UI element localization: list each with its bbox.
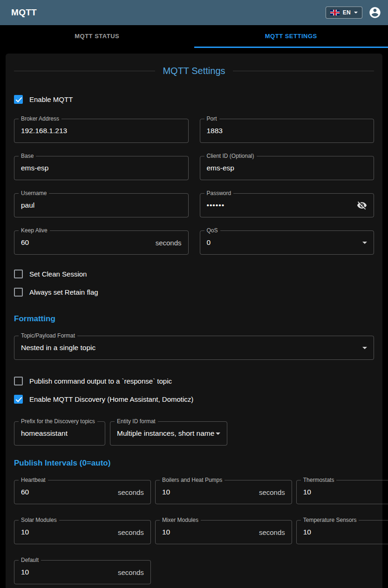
enable-mqtt-checkbox[interactable] xyxy=(14,95,23,104)
broker-address-label: Broker Address xyxy=(19,115,61,122)
password-field[interactable]: Password •••••• xyxy=(200,193,374,217)
default-interval-label: Default xyxy=(19,557,41,563)
heartbeat-label: Heartbeat xyxy=(19,477,48,483)
discovery-prefix-label: Prefix for the Discovery topics xyxy=(19,418,97,425)
intervals-heading: Publish Intervals (0=auto) xyxy=(14,459,374,468)
qos-select[interactable]: QoS 0 xyxy=(200,230,374,255)
broker-address-field[interactable]: Broker Address xyxy=(14,119,189,143)
keep-alive-input[interactable] xyxy=(21,238,152,247)
port-label: Port xyxy=(204,115,219,122)
client-id-input[interactable] xyxy=(207,164,368,172)
chevron-down-icon xyxy=(354,12,358,14)
uk-flag-icon xyxy=(330,10,340,15)
client-id-field[interactable]: Client ID (Optional) xyxy=(200,156,374,180)
temperature-sensors-input[interactable] xyxy=(303,528,388,536)
language-label: EN xyxy=(343,9,351,16)
discovery-label: Enable MQTT Discovery (Home Assistant, D… xyxy=(29,395,193,403)
tab-mqtt-status[interactable]: MQTT STATUS xyxy=(0,25,194,48)
clean-session-checkbox[interactable] xyxy=(14,270,23,278)
solar-modules-input[interactable] xyxy=(21,528,114,536)
heartbeat-input[interactable] xyxy=(21,488,114,496)
default-interval-unit: seconds xyxy=(118,568,144,576)
mixer-modules-label: Mixer Modules xyxy=(160,517,201,523)
password-label: Password xyxy=(204,190,234,196)
username-input[interactable] xyxy=(21,201,182,210)
publish-response-label: Publish command output to a `response` t… xyxy=(29,377,172,385)
app-title: MQTT xyxy=(11,7,37,18)
username-field[interactable]: Username xyxy=(14,193,189,217)
visibility-off-icon[interactable] xyxy=(357,200,367,210)
base-input[interactable] xyxy=(21,164,182,172)
mixer-modules-unit: seconds xyxy=(259,528,285,536)
topic-format-label: Topic/Payload Format xyxy=(19,332,77,339)
enable-mqtt-row: Enable MQTT xyxy=(14,90,374,108)
divider xyxy=(233,71,374,71)
tab-mqtt-settings[interactable]: MQTT SETTINGS xyxy=(194,25,388,48)
discovery-fields: Prefix for the Discovery topics Entity I… xyxy=(14,421,374,446)
thermostats-label: Thermostats xyxy=(301,477,337,483)
base-field[interactable]: Base xyxy=(14,156,189,180)
port-input[interactable] xyxy=(207,127,368,135)
boilers-unit: seconds xyxy=(259,488,285,496)
discovery-prefix-input[interactable] xyxy=(21,429,98,438)
default-interval-field[interactable]: Default seconds xyxy=(14,560,151,584)
settings-panel: MQTT Settings Enable MQTT Broker Address… xyxy=(6,54,382,588)
page-title-row: MQTT Settings xyxy=(14,66,374,76)
boilers-input[interactable] xyxy=(162,488,255,496)
clean-session-label: Set Clean Session xyxy=(29,270,87,278)
dropdown-arrow-icon xyxy=(362,242,367,244)
client-id-label: Client ID (Optional) xyxy=(204,153,257,159)
mixer-modules-field[interactable]: Mixer Modules seconds xyxy=(155,520,292,544)
account-circle-icon[interactable] xyxy=(368,6,381,19)
entity-id-format-select[interactable]: Entity ID format Multiple instances, sho… xyxy=(110,421,227,446)
qos-value: 0 xyxy=(207,238,363,247)
app-bar-actions: EN xyxy=(326,6,381,19)
retain-flag-checkbox[interactable] xyxy=(14,288,23,297)
solar-modules-unit: seconds xyxy=(118,528,144,536)
qos-label: QoS xyxy=(204,227,220,234)
discovery-checkbox[interactable] xyxy=(14,395,23,404)
topic-format-value: Nested in a single topic xyxy=(21,344,362,352)
solar-modules-field[interactable]: Solar Modules seconds xyxy=(14,520,151,544)
thermostats-input[interactable] xyxy=(303,488,388,496)
temperature-sensors-label: Temperature Sensors xyxy=(301,517,359,523)
temperature-sensors-field[interactable]: Temperature Sensors seconds xyxy=(296,520,388,544)
heartbeat-field[interactable]: Heartbeat seconds xyxy=(14,480,151,504)
keep-alive-field[interactable]: Keep Alive seconds xyxy=(14,230,189,255)
port-field[interactable]: Port xyxy=(200,119,374,143)
base-label: Base xyxy=(19,153,36,159)
default-interval-input[interactable] xyxy=(21,568,114,576)
topic-format-select[interactable]: Topic/Payload Format Nested in a single … xyxy=(14,336,374,360)
enable-mqtt-label: Enable MQTT xyxy=(29,95,73,103)
connection-fields: Broker Address Port Base Client ID (Opti… xyxy=(14,119,374,255)
keep-alive-label: Keep Alive xyxy=(19,227,50,234)
page-title: MQTT Settings xyxy=(163,66,225,76)
discovery-row: Enable MQTT Discovery (Home Assistant, D… xyxy=(14,390,374,408)
publish-response-row: Publish command output to a `response` t… xyxy=(14,372,374,390)
formatting-heading: Formatting xyxy=(14,314,374,324)
discovery-prefix-field[interactable]: Prefix for the Discovery topics xyxy=(14,421,105,446)
tab-bar: MQTT STATUS MQTT SETTINGS xyxy=(0,25,388,48)
language-button[interactable]: EN xyxy=(326,7,362,19)
heartbeat-unit: seconds xyxy=(118,488,144,496)
boilers-label: Boilers and Heat Pumps xyxy=(160,477,225,483)
dropdown-arrow-icon xyxy=(362,347,367,349)
password-value[interactable]: •••••• xyxy=(207,201,354,210)
username-label: Username xyxy=(19,190,49,196)
divider xyxy=(14,71,155,71)
intervals-grid: Heartbeat seconds Boilers and Heat Pumps… xyxy=(14,480,374,584)
retain-flag-label: Always set Retain flag xyxy=(29,288,98,296)
clean-session-row: Set Clean Session xyxy=(14,265,374,283)
entity-id-format-label: Entity ID format xyxy=(115,418,158,425)
broker-address-input[interactable] xyxy=(21,127,182,135)
retain-flag-row: Always set Retain flag xyxy=(14,283,374,301)
app-bar: MQTT EN xyxy=(0,0,388,25)
mixer-modules-input[interactable] xyxy=(162,528,255,536)
boilers-field[interactable]: Boilers and Heat Pumps seconds xyxy=(155,480,292,504)
keep-alive-unit: seconds xyxy=(156,239,182,247)
entity-id-format-value: Multiple instances, short name xyxy=(117,429,216,438)
publish-response-checkbox[interactable] xyxy=(14,377,23,385)
dropdown-arrow-icon xyxy=(216,433,220,435)
solar-modules-label: Solar Modules xyxy=(19,517,59,523)
thermostats-field[interactable]: Thermostats seconds xyxy=(296,480,388,504)
